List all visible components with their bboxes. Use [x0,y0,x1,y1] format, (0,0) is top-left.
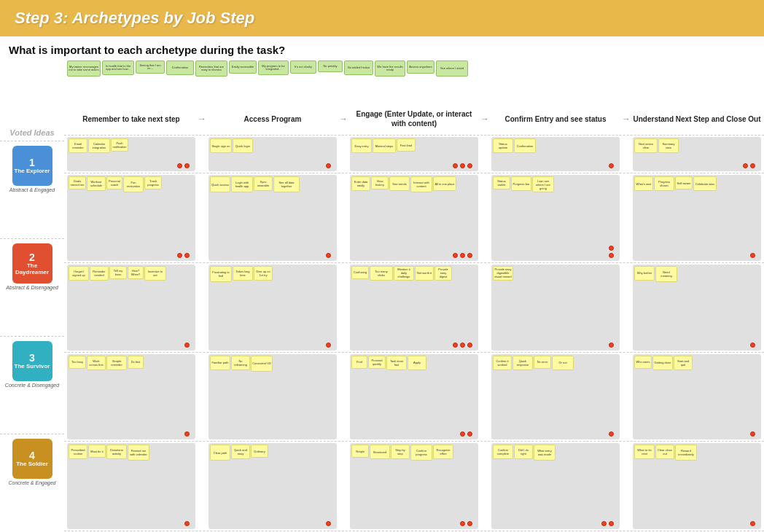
voted-cell-3: Easy entry Minimal steps Fast load [350,137,478,171]
sticky: How? When? [128,266,144,279]
sticky: Interact with content [410,176,432,192]
sticky: Celebrate wins [693,176,717,191]
sticky: No error [534,356,551,369]
sticky: Quick and easy [231,445,250,459]
explorer-cell-4: Status visible Progress bar I can see wh… [491,175,620,261]
main-layout: Voted Ideas 1 The Explorer Abstract & En… [0,103,764,531]
sticky: Clear path [210,445,230,461]
vote-dot [609,343,614,348]
sticky: Provide easy digestible visual reward [493,266,513,281]
vote-dot [467,253,472,258]
sticky: Workout schedule [87,176,106,191]
sticky: Quick access [210,176,230,192]
soldier-cell-5: What to do next Clear close out Reward i… [633,443,761,529]
sticky: Self aware [675,176,693,189]
sticky: Task done fast [386,356,407,370]
vote-dot [467,431,472,437]
voted-cell-5: Next action clear Summary view [633,137,761,171]
soldier-cell-3: Simple Structured Step by step Confirm p… [350,443,478,529]
green-sticky: No penalty [318,60,343,72]
sticky: See all data together [273,176,300,192]
vote-dot [177,163,182,168]
sticky: Enter data easily [351,176,370,191]
vote-dot [467,163,472,168]
sticky: Recognize effort [433,445,453,459]
green-sticky: My program to be integrated... [258,60,289,75]
sticky: Apply [408,356,426,370]
vote-dot [184,163,190,168]
sticky: Find [351,356,367,369]
green-sticky: Confirmation [166,60,194,75]
arrow-3: → [480,114,490,124]
soldier-row: Prescribed routine Must do it Downtime a… [64,441,764,531]
sticky: Confirm progress [410,445,432,461]
green-sticky: No added friction [344,60,373,75]
voted-cell-4: Status update Confirmation [491,137,620,171]
archetype-2-label: 2 The Daydreamer Abstract & Disengaged [0,238,64,336]
vote-dot [326,163,331,168]
sticky: Confirm it worked [493,356,512,370]
sticky: Confirmation [514,138,536,153]
sticky: Give up on 1st try [254,266,273,281]
sticky: Do fast [128,356,144,369]
vote-dot [177,253,182,258]
explorer-row: Goals remind me Workout schedule Persona… [64,173,764,262]
explorer-cell-2: Quick access Login with health app Sync … [208,175,337,261]
sticky: Fast load [397,138,416,152]
voted-ideas-row: Email reminder Calendar integration Push… [64,135,764,173]
sticky: Tell my boss [109,266,127,279]
sticky: Status visible [493,176,510,189]
sticky: Minimal steps [373,138,396,153]
sticky: Remind me with calendar [128,445,149,461]
sticky: Start and quit [674,356,693,370]
vote-dot [601,521,607,526]
step-header-3: Engage (Enter Update, or interact with c… [348,109,480,128]
vote-dot [750,431,755,437]
sticky: Consistent UX [251,356,273,372]
left-sidebar: Voted Ideas 1 The Explorer Abstract & En… [0,103,64,531]
archetype-3-label: 3 The Survivor Concrete & Disengaged [0,336,64,434]
sticky: Quick response [512,356,533,370]
daydreamer-row: I forget I signed up Reminder needed Tel… [64,262,764,352]
explorer-cell-3: Enter data easily View history See trend… [350,175,478,261]
sticky: Need meaning [655,266,677,282]
sticky: Step by step [391,445,410,459]
step-header-4: Confirm Entry and see status [490,114,621,124]
sticky: Familiar path [210,356,230,370]
vote-dot [609,246,614,251]
sticky: What's next [634,176,653,191]
sticky: Incentive to act [144,266,166,281]
vote-dot [743,163,748,168]
sticky: I forget I signed up [69,266,89,281]
step-header-2: Access Program [207,114,338,124]
vote-dot [460,253,465,258]
sticky: Ordinary [251,445,268,458]
daydreamer-cell-5: Why bother Need meaning [633,265,761,351]
vote-dot [750,163,755,168]
green-sticky: In health that to the app and see how... [102,60,134,75]
header-banner: Step 3: Archetypes by Job Step [0,0,764,36]
sticky: Email reminder [69,138,87,153]
sticky: Quick login [233,138,253,153]
sticky: Why bother [634,266,655,281]
sticky: Work comes first [87,356,106,370]
sticky: I can see where I am going [532,176,554,192]
sticky: All in one place [433,176,456,191]
voted-cell-2b: Single sign on Quick login [208,137,337,171]
vote-dot [326,343,331,348]
sticky: Structured [370,445,390,459]
vote-dot [750,253,755,258]
sticky: Confusing [351,266,369,279]
survivor-cell-5: Who cares Getting done Start and quit [633,354,761,440]
archetype-1-label: 1 The Explorer Abstract & Engaged [0,141,64,238]
vote-dot [326,253,331,258]
sticky: Simple [351,445,369,458]
sticky: View history [371,176,389,189]
sticky: See trends [389,176,410,191]
survivor-cell-4: Confirm it worked Quick response No erro… [491,354,620,440]
sticky: Did I do right [514,445,533,459]
sticky: Provide easy digest [434,266,452,281]
voted-cell-1: Email reminder Calendar integration Push… [67,137,195,171]
voted-cell-2 [197,136,207,172]
daydreamer-cell-4: Provide easy digestible visual reward [491,265,620,351]
